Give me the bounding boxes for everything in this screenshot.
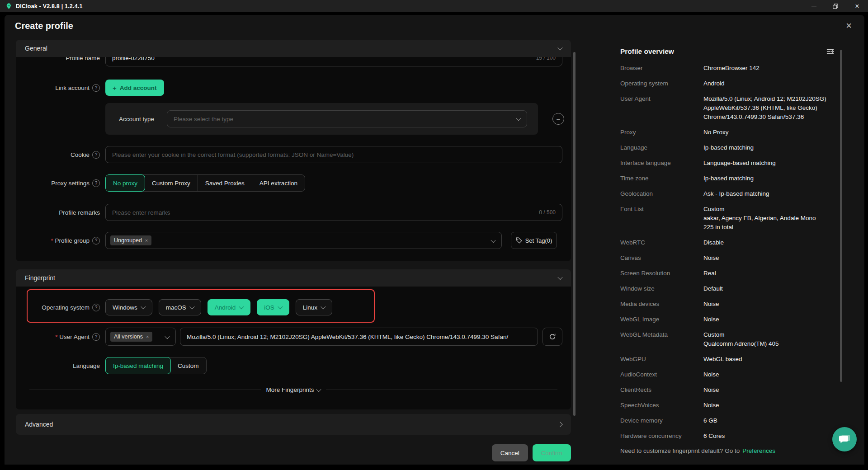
help-icon[interactable]: ? bbox=[92, 304, 100, 311]
os-button-ios[interactable]: iOS bbox=[257, 299, 289, 315]
profile-remarks-input[interactable]: Please enter remarks 0 / 500 bbox=[105, 204, 562, 221]
overview-row: WebRTCDisable bbox=[620, 238, 834, 247]
profile-remarks-counter: 0 / 500 bbox=[534, 209, 556, 216]
overview-row: Interface languageLanguage-based matchin… bbox=[620, 159, 834, 168]
profile-name-value: profile-0228750 bbox=[112, 57, 155, 61]
divider bbox=[326, 390, 557, 390]
collapse-panel-icon[interactable] bbox=[826, 48, 834, 55]
help-icon[interactable]: ? bbox=[92, 84, 100, 92]
overview-row-value: Noise bbox=[703, 300, 719, 309]
overview-row: Operating systemAndroid bbox=[620, 79, 834, 88]
overview-row-label: Interface language bbox=[620, 159, 703, 168]
overview-row: LanguageIp-based matching bbox=[620, 143, 834, 152]
profile-group-row: Profile group ? Ungrouped × Set Tag(0) bbox=[16, 232, 562, 249]
more-fingerprints-link[interactable]: More Fingerprints bbox=[266, 386, 321, 393]
overview-row: WebGPUWebGL based bbox=[620, 355, 834, 364]
section-general-header[interactable]: General bbox=[16, 40, 571, 57]
overview-row: Time zoneIp-based matching bbox=[620, 174, 834, 183]
proxy-tab-api-extraction[interactable]: API extraction bbox=[252, 175, 305, 191]
profile-group-select[interactable]: Ungrouped × bbox=[105, 232, 502, 249]
refresh-user-agent-button[interactable] bbox=[542, 328, 562, 346]
set-tag-button[interactable]: Set Tag(0) bbox=[511, 232, 557, 249]
language-tabs: Ip-based matchingCustom bbox=[105, 357, 207, 374]
proxy-tab-custom-proxy[interactable]: Custom Proxy bbox=[145, 175, 198, 191]
cookie-input[interactable]: Please enter your cookie in the correct … bbox=[105, 146, 562, 163]
language-tab-ip-based-matching[interactable]: Ip-based matching bbox=[105, 357, 171, 374]
proxy-tab-saved-proxies[interactable]: Saved Proxies bbox=[198, 175, 252, 191]
proxy-tab-no-proxy[interactable]: No proxy bbox=[105, 174, 145, 192]
overview-row-value: Noise bbox=[703, 254, 719, 263]
close-window-button[interactable]: × bbox=[846, 0, 868, 12]
overview-row: SpeechVoicesNoise bbox=[620, 401, 834, 410]
plus-icon: + bbox=[113, 84, 117, 92]
section-general: General Profile name profile-0228750 15 … bbox=[16, 40, 571, 261]
overview-row-value: Noise bbox=[703, 315, 719, 324]
chevron-down-icon bbox=[189, 304, 194, 309]
minimize-button[interactable] bbox=[803, 0, 825, 12]
dialog-close-icon[interactable]: × bbox=[846, 21, 852, 31]
restore-button[interactable] bbox=[825, 0, 846, 12]
os-button-macos[interactable]: macOS bbox=[159, 299, 201, 315]
help-icon[interactable]: ? bbox=[92, 151, 100, 159]
overview-row-label: Operating system bbox=[620, 79, 703, 88]
os-button-windows[interactable]: Windows bbox=[105, 299, 152, 315]
overview-row-label: Language bbox=[620, 143, 703, 152]
overview-row: Hardware concurrency6 Cores bbox=[620, 432, 834, 441]
add-account-button[interactable]: + Add account bbox=[105, 80, 164, 96]
proxy-settings-row: Proxy settings ? No proxyCustom ProxySav… bbox=[16, 174, 562, 192]
more-fingerprints-row: More Fingerprints bbox=[29, 386, 557, 393]
os-button-android[interactable]: Android bbox=[208, 299, 251, 315]
overview-row-value: 6 GB bbox=[703, 416, 717, 425]
overview-row-value: Ip-based matching bbox=[703, 174, 754, 183]
section-advanced-header[interactable]: Advanced bbox=[16, 414, 571, 435]
chat-bubble-icon bbox=[838, 433, 851, 445]
remove-chip-icon[interactable]: × bbox=[146, 334, 149, 339]
overview-row: BrowserChromeBrowser 142 bbox=[620, 64, 834, 73]
form-scrollbar[interactable] bbox=[573, 52, 576, 416]
language-tab-custom[interactable]: Custom bbox=[170, 357, 206, 374]
chevron-down-icon bbox=[316, 386, 321, 391]
profile-name-label: Profile name bbox=[66, 57, 100, 61]
overview-row: AudioContextNoise bbox=[620, 370, 834, 379]
profile-name-input[interactable]: profile-0228750 15 / 100 bbox=[105, 57, 562, 66]
overview-row-value: Disable bbox=[703, 238, 724, 247]
chevron-down-icon bbox=[516, 116, 521, 121]
minus-icon: − bbox=[557, 116, 561, 122]
overview-row: Media devicesNoise bbox=[620, 300, 834, 309]
overview-row-label: AudioContext bbox=[620, 370, 703, 379]
confirm-button[interactable]: Confirm bbox=[533, 444, 571, 461]
preferences-link[interactable]: Preferences bbox=[742, 447, 775, 454]
user-agent-row: User Agent ? All versions × Mozilla/5.0 … bbox=[16, 328, 562, 346]
divider bbox=[29, 390, 261, 390]
cancel-button[interactable]: Cancel bbox=[492, 444, 528, 461]
overview-scrollbar[interactable] bbox=[840, 50, 842, 382]
overview-footer-note: Need to customize fingerprint default? G… bbox=[620, 447, 834, 454]
ua-versions-select[interactable]: All versions × bbox=[105, 328, 176, 346]
section-fingerprint-header[interactable]: Fingerprint bbox=[16, 269, 571, 287]
overview-row-value: CustomQualcomm Adreno(TM) 405 bbox=[703, 330, 779, 348]
overview-row-label: Font List bbox=[620, 205, 703, 214]
remove-account-button[interactable]: − bbox=[552, 113, 564, 125]
dialog-title: Create profile bbox=[15, 21, 73, 31]
profile-remarks-label: Profile remarks bbox=[59, 209, 100, 216]
account-type-label: Account type bbox=[119, 116, 154, 122]
user-agent-input[interactable]: Mozilla/5.0 (Linux; Android 12; M2102J20… bbox=[180, 328, 538, 346]
overview-row-label: WebGL Image bbox=[620, 315, 703, 324]
chevron-down-icon bbox=[278, 304, 283, 309]
restore-icon bbox=[833, 4, 838, 9]
titlebar: DICloak - V2.8.8 | 1.2.4.1 × bbox=[0, 0, 868, 12]
help-icon[interactable]: ? bbox=[92, 179, 100, 187]
overview-row-value: Default bbox=[703, 284, 723, 293]
section-fingerprint-title: Fingerprint bbox=[25, 274, 55, 282]
app-title: DICloak - V2.8.8 | 1.2.4.1 bbox=[16, 3, 83, 9]
section-general-title: General bbox=[25, 45, 47, 52]
os-button-linux[interactable]: Linux bbox=[296, 299, 332, 315]
operating-system-label: Operating system bbox=[42, 304, 90, 311]
profile-name-counter: 15 / 100 bbox=[532, 57, 556, 61]
overview-row-label: User Agent bbox=[620, 94, 703, 103]
account-type-select[interactable]: Please select the type bbox=[167, 110, 527, 127]
help-icon[interactable]: ? bbox=[92, 333, 100, 341]
remove-chip-icon[interactable]: × bbox=[145, 238, 148, 243]
support-chat-button[interactable] bbox=[832, 427, 857, 451]
help-icon[interactable]: ? bbox=[92, 237, 100, 244]
